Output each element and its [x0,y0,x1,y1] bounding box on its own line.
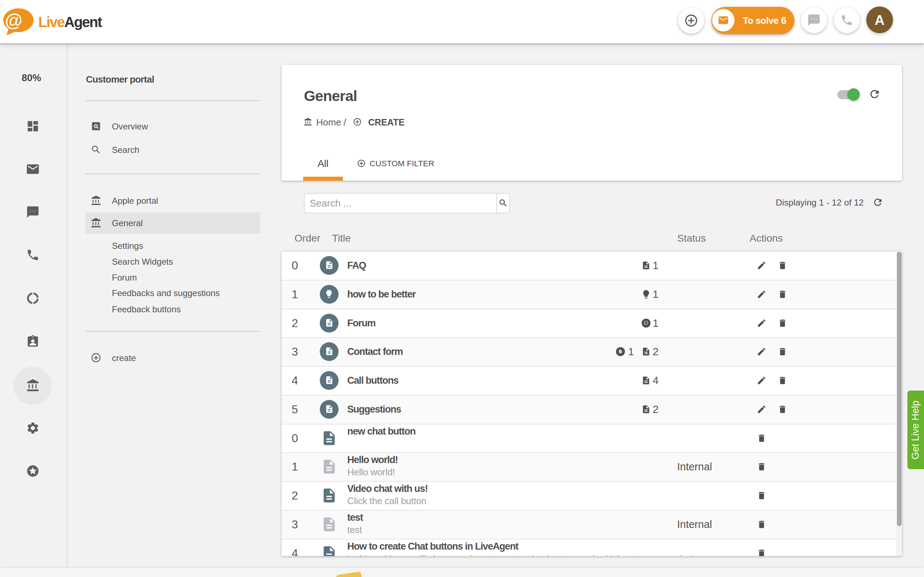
svg-text:@: @ [5,10,23,31]
